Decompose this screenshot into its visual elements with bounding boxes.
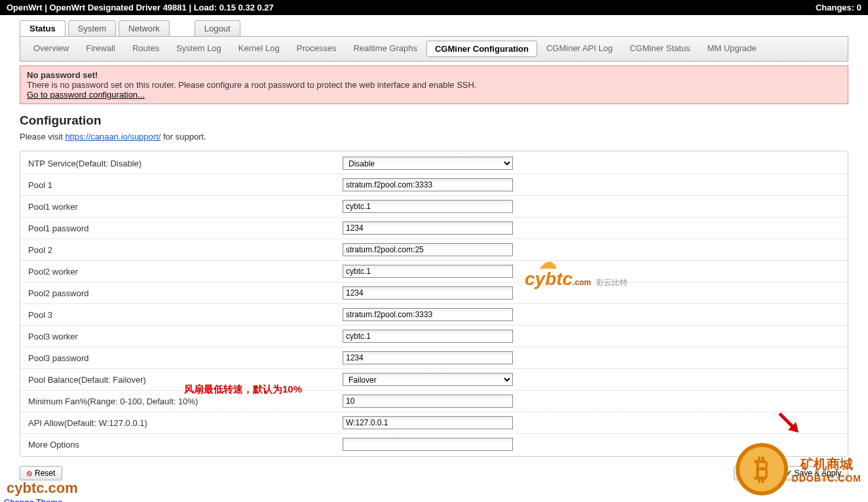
tab-status[interactable]: Status	[20, 20, 66, 36]
no-password-warning: No password set! There is no password se…	[20, 66, 848, 104]
subtab-system-log[interactable]: System Log	[168, 41, 229, 57]
config-form: NTP Service(Default: Disable) Disable Po…	[20, 151, 848, 457]
reset-button[interactable]: ⦸ Reset	[20, 466, 62, 480]
tab-system[interactable]: System	[68, 20, 116, 36]
support-link[interactable]: https://canaan.io/support/	[65, 132, 160, 142]
pool3-label: Pool 3	[28, 310, 343, 320]
api-allow-label: API Allow(Default: W:127.0.0.1)	[28, 418, 343, 428]
pool1-worker-label: Pool1 worker	[28, 202, 343, 212]
warning-title: No password set!	[27, 70, 841, 80]
min-fan-label: Minimum Fan%(Range: 0-100, Default: 10%)	[28, 396, 343, 406]
pool1-label: Pool 1	[28, 180, 343, 190]
subtab-kernel-log[interactable]: Kernel Log	[231, 41, 288, 57]
pool2-worker-input[interactable]	[343, 265, 513, 278]
change-theme-link[interactable]: Change Theme	[4, 497, 62, 502]
pool3-password-label: Pool3 password	[28, 353, 343, 363]
more-options-input[interactable]	[343, 438, 513, 451]
subtab-routes[interactable]: Routes	[124, 41, 167, 57]
pool1-input[interactable]	[343, 178, 513, 191]
support-suffix: for support.	[160, 132, 206, 142]
subtab-overview[interactable]: Overview	[26, 41, 77, 57]
pool3-worker-input[interactable]	[343, 330, 513, 343]
reset-label: Reset	[35, 469, 55, 478]
subtab-cgminer-config[interactable]: CGMiner Configuration	[426, 41, 537, 57]
save-label: Save	[751, 469, 768, 478]
pool1-worker-input[interactable]	[343, 200, 513, 213]
pool3-worker-label: Pool3 worker	[28, 332, 343, 341]
ntp-select[interactable]: Disable	[343, 157, 513, 170]
page-title: Configuration	[20, 113, 848, 128]
pool2-input[interactable]	[343, 243, 513, 256]
pool2-worker-label: Pool2 worker	[28, 267, 343, 277]
support-line: Please visit https://canaan.io/support/ …	[20, 132, 848, 142]
save-button[interactable]: ⬚ Save	[734, 466, 776, 480]
hostname-load: OpenWrt | OpenWrt Designated Driver 4988…	[7, 3, 274, 12]
pool3-password-input[interactable]	[343, 351, 513, 364]
save-apply-icon: ✔	[785, 469, 792, 478]
save-apply-button[interactable]: ✔ Save & Apply	[778, 466, 848, 480]
save-icon: ⬚	[741, 469, 748, 478]
password-config-link[interactable]: Go to password configuration...	[27, 90, 145, 100]
warning-body: There is no password set on this router.…	[27, 80, 841, 90]
subtab-cgminer-api-log[interactable]: CGMiner API Log	[538, 41, 620, 57]
more-options-label: More Options	[28, 440, 343, 450]
tab-network[interactable]: Network	[119, 20, 170, 36]
subtab-processes[interactable]: Processes	[289, 41, 345, 57]
pool-balance-select[interactable]: Failover	[343, 373, 513, 386]
changes-count[interactable]: Changes: 0	[816, 3, 861, 12]
pool3-input[interactable]	[343, 308, 513, 321]
tab-logout[interactable]: Logout	[195, 20, 240, 36]
support-prefix: Please visit	[20, 132, 65, 142]
min-fan-input[interactable]	[343, 395, 513, 408]
subtab-realtime-graphs[interactable]: Realtime Graphs	[345, 41, 425, 57]
pool2-label: Pool 2	[28, 245, 343, 255]
ntp-label: NTP Service(Default: Disable)	[28, 159, 343, 168]
pool1-password-label: Pool1 password	[28, 223, 343, 233]
subtab-firewall[interactable]: Firewall	[78, 41, 123, 57]
sub-tabs: Overview Firewall Routes System Log Kern…	[20, 36, 848, 62]
reset-icon: ⦸	[27, 469, 32, 478]
api-allow-input[interactable]	[343, 416, 513, 429]
window-titlebar: OpenWrt | OpenWrt Designated Driver 4988…	[0, 0, 868, 15]
main-tabs: Status System Network Logout	[20, 20, 848, 36]
pool1-password-input[interactable]	[343, 222, 513, 235]
subtab-cgminer-status[interactable]: CGMiner Status	[622, 41, 698, 57]
save-apply-label: Save & Apply	[795, 469, 841, 478]
subtab-mm-upgrade[interactable]: MM Upgrade	[700, 41, 764, 57]
pool2-password-label: Pool2 password	[28, 288, 343, 298]
pool2-password-input[interactable]	[343, 286, 513, 299]
